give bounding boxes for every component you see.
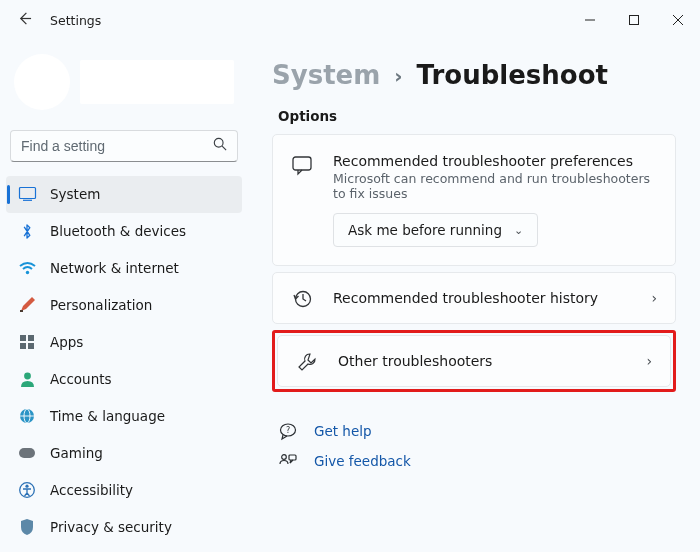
history-card-title: Recommended troubleshooter history <box>333 290 631 306</box>
svg-rect-9 <box>20 310 23 312</box>
sidebar-item-label: System <box>50 186 100 202</box>
sidebar-item-label: Apps <box>50 334 83 350</box>
pref-dropdown[interactable]: Ask me before running ⌄ <box>333 213 538 247</box>
sidebar-item-personalization[interactable]: Personalization <box>6 287 242 324</box>
content-pane: System › Troubleshoot Options Recommende… <box>248 40 700 552</box>
back-button[interactable] <box>10 11 38 30</box>
brush-icon <box>18 296 36 314</box>
breadcrumb-parent[interactable]: System <box>272 60 380 90</box>
troubleshooter-history-card[interactable]: Recommended troubleshooter history › <box>272 272 676 324</box>
sidebar-item-apps[interactable]: Apps <box>6 324 242 361</box>
bluetooth-icon <box>18 222 36 240</box>
sidebar-item-system[interactable]: System <box>6 176 242 213</box>
window-minimize[interactable] <box>568 5 612 35</box>
svg-rect-18 <box>19 448 35 458</box>
svg-point-25 <box>282 455 287 460</box>
svg-rect-26 <box>289 455 296 460</box>
section-label: Options <box>278 108 676 124</box>
titlebar: Settings <box>0 0 700 40</box>
troubleshooter-preferences-card: Recommended troubleshooter preferences M… <box>272 134 676 266</box>
window-close[interactable] <box>656 5 700 35</box>
avatar <box>14 54 70 110</box>
sidebar-item-bluetooth[interactable]: Bluetooth & devices <box>6 213 242 250</box>
globe-icon <box>18 407 36 425</box>
breadcrumb: System › Troubleshoot <box>272 60 676 90</box>
help-links: ? Get help Give feedback <box>278 416 676 476</box>
search-input[interactable] <box>21 138 213 154</box>
chevron-right-icon: › <box>646 353 652 369</box>
other-card-title: Other troubleshooters <box>338 353 626 369</box>
sidebar-item-network[interactable]: Network & internet <box>6 250 242 287</box>
help-bubble-icon: ? <box>278 422 298 440</box>
wifi-icon <box>18 259 36 277</box>
svg-rect-10 <box>20 335 26 341</box>
gamepad-icon <box>18 444 36 462</box>
pref-card-title: Recommended troubleshooter preferences <box>333 153 657 169</box>
sidebar-item-accessibility[interactable]: Accessibility <box>6 472 242 509</box>
sidebar-item-label: Personalization <box>50 297 152 313</box>
svg-rect-11 <box>28 335 34 341</box>
svg-point-14 <box>24 373 31 380</box>
sidebar-item-label: Accounts <box>50 371 112 387</box>
system-icon <box>18 185 36 203</box>
person-icon <box>18 370 36 388</box>
feedback-icon <box>278 453 298 469</box>
profile-name-redacted <box>80 60 234 104</box>
svg-text:?: ? <box>286 426 290 435</box>
other-troubleshooters-card[interactable]: Other troubleshooters › <box>277 335 671 387</box>
accessibility-icon <box>18 481 36 499</box>
sidebar: System Bluetooth & devices Network & int… <box>0 40 248 552</box>
profile-block[interactable] <box>6 48 242 124</box>
wrench-icon <box>296 352 318 372</box>
svg-point-4 <box>214 139 223 148</box>
sidebar-item-time-language[interactable]: Time & language <box>6 398 242 435</box>
give-feedback-link[interactable]: Give feedback <box>314 453 411 469</box>
svg-point-8 <box>25 270 28 273</box>
sidebar-item-label: Network & internet <box>50 260 179 276</box>
window-maximize[interactable] <box>612 5 656 35</box>
svg-line-5 <box>222 146 226 150</box>
pref-dropdown-value: Ask me before running <box>348 222 502 238</box>
shield-icon <box>18 518 36 536</box>
svg-rect-12 <box>20 343 26 349</box>
pref-card-subtitle: Microsoft can recommend and run troubles… <box>333 171 657 201</box>
give-feedback-row[interactable]: Give feedback <box>278 446 676 476</box>
search-box[interactable] <box>10 130 238 162</box>
chevron-down-icon: ⌄ <box>514 224 523 237</box>
svg-rect-21 <box>293 157 311 170</box>
breadcrumb-current: Troubleshoot <box>417 60 608 90</box>
get-help-row[interactable]: ? Get help <box>278 416 676 446</box>
svg-point-20 <box>25 485 28 488</box>
sidebar-item-label: Gaming <box>50 445 103 461</box>
sidebar-item-label: Time & language <box>50 408 165 424</box>
chevron-right-icon: › <box>651 290 657 306</box>
svg-rect-6 <box>19 188 35 199</box>
get-help-link[interactable]: Get help <box>314 423 372 439</box>
sidebar-item-accounts[interactable]: Accounts <box>6 361 242 398</box>
sidebar-item-windows-update[interactable]: Windows Update <box>6 546 242 552</box>
sidebar-item-privacy[interactable]: Privacy & security <box>6 509 242 546</box>
apps-icon <box>18 333 36 351</box>
sidebar-item-label: Privacy & security <box>50 519 172 535</box>
chevron-right-icon: › <box>394 64 402 88</box>
window-title: Settings <box>50 13 101 28</box>
search-icon <box>213 137 227 154</box>
history-icon <box>291 289 313 309</box>
sidebar-nav: System Bluetooth & devices Network & int… <box>6 176 242 552</box>
svg-rect-1 <box>630 16 639 25</box>
sidebar-item-label: Accessibility <box>50 482 133 498</box>
sidebar-item-gaming[interactable]: Gaming <box>6 435 242 472</box>
sidebar-item-label: Bluetooth & devices <box>50 223 186 239</box>
chat-bubble-icon <box>291 155 313 175</box>
svg-rect-13 <box>28 343 34 349</box>
other-troubleshooters-highlight: Other troubleshooters › <box>272 330 676 392</box>
